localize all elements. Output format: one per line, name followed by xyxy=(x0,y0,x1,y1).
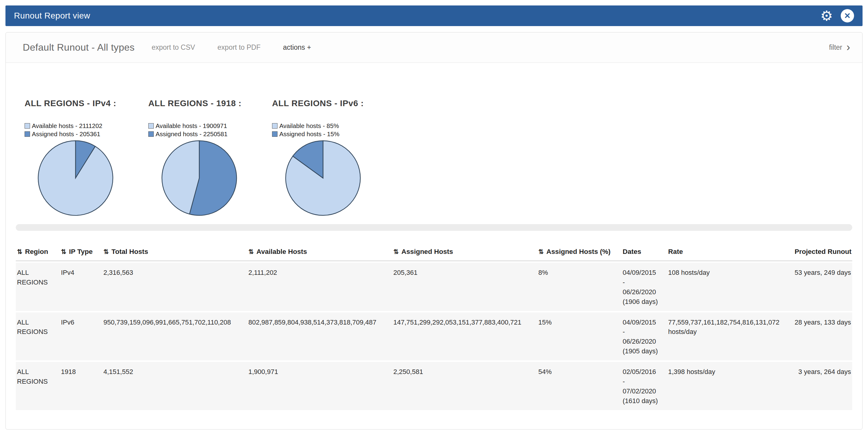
column-header-total-hosts[interactable]: ⇅Total Hosts xyxy=(102,248,247,261)
cell-dates: 04/09/2015- 06/26/2020(1906 days) xyxy=(621,261,667,312)
cell-ip-type: IPv4 xyxy=(60,261,102,312)
legend-item: Available hosts - 1900971 xyxy=(148,122,261,130)
table-row-ipv6: ALL REGIONS IPv6 950,739,159,096,991,665… xyxy=(16,312,852,362)
export-csv-link[interactable]: export to CSV xyxy=(152,43,195,52)
cell-available-hosts: 1,900,971 xyxy=(247,362,392,412)
cell-available-hosts: 2,111,202 xyxy=(247,261,392,312)
legend-swatch-assigned xyxy=(272,131,278,137)
cell-dates: 02/05/2016- 07/02/2020(1610 days) xyxy=(621,362,667,412)
cell-region: ALL REGIONS xyxy=(16,362,60,412)
runout-table-container: ⇅Region ⇅IP Type ⇅Total Hosts ⇅Available… xyxy=(16,248,852,429)
filter-toggle[interactable]: filter › xyxy=(829,43,850,52)
legend-label: Assigned hosts - 2250581 xyxy=(156,130,227,138)
window-title: Runout Report view xyxy=(14,11,90,21)
cell-ip-type: IPv6 xyxy=(60,312,102,362)
cell-assigned-pct: 8% xyxy=(537,261,621,312)
cell-rate: 77,559,737,161,182,754,816,131,072 hosts… xyxy=(667,312,794,362)
table-row-ipv4: ALL REGIONS IPv4 2,316,563 2,111,202 205… xyxy=(16,261,852,312)
cell-projected-runout: 53 years, 249 days xyxy=(794,261,852,312)
sort-icon[interactable]: ⇅ xyxy=(393,248,399,255)
close-icon[interactable]: ✕ xyxy=(841,9,854,23)
pie-chart-group-ipv4: ALL REGIONS - IPv4 : Available hosts - 2… xyxy=(25,63,137,217)
settings-gear-icon[interactable]: ⚙ xyxy=(820,9,833,23)
close-x-glyph: ✕ xyxy=(844,11,851,21)
report-title: Default Runout - All types xyxy=(23,42,135,53)
cell-total-hosts: 4,151,552 xyxy=(102,362,247,412)
sort-icon[interactable]: ⇅ xyxy=(538,248,544,255)
actions-menu-button[interactable]: actions + xyxy=(283,43,311,52)
column-header-assigned-hosts[interactable]: ⇅Assigned Hosts xyxy=(392,248,537,261)
legend-label: Assigned hosts - 15% xyxy=(279,130,339,138)
cell-dates: 04/09/2015- 06/26/2020(1905 days) xyxy=(621,312,667,362)
runout-table: ⇅Region ⇅IP Type ⇅Total Hosts ⇅Available… xyxy=(16,248,852,412)
legend-swatch-assigned xyxy=(148,131,154,137)
sort-icon[interactable]: ⇅ xyxy=(103,248,109,255)
chart-legend: Available hosts - 2111202 Assigned hosts… xyxy=(25,122,137,138)
legend-item: Assigned hosts - 15% xyxy=(272,130,385,138)
legend-swatch-available xyxy=(148,123,154,129)
filter-label: filter xyxy=(829,43,842,52)
pie-charts-row: ALL REGIONS - IPv4 : Available hosts - 2… xyxy=(6,63,862,217)
sort-icon[interactable]: ⇅ xyxy=(61,248,66,255)
column-header-rate: Rate xyxy=(667,248,794,261)
legend-label: Assigned hosts - 205361 xyxy=(32,130,100,138)
cell-rate: 1,398 hosts/day xyxy=(667,362,794,412)
chart-title: ALL REGIONS - IPv6 : xyxy=(272,99,385,108)
window-titlebar: Runout Report view ⚙ ✕ xyxy=(5,5,863,26)
pie-chart xyxy=(37,139,114,217)
legend-label: Available hosts - 2111202 xyxy=(32,122,102,129)
pie-chart-group-ipv6: ALL REGIONS - IPv6 : Available hosts - 8… xyxy=(272,63,385,217)
cell-total-hosts: 950,739,159,096,991,665,751,702,110,208 xyxy=(102,312,247,362)
column-header-assigned-pct[interactable]: ⇅Assigned Hosts (%) xyxy=(537,248,621,261)
export-pdf-link[interactable]: export to PDF xyxy=(217,43,260,52)
column-header-available-hosts[interactable]: ⇅Available Hosts xyxy=(247,248,392,261)
legend-swatch-available xyxy=(272,123,278,129)
cell-assigned-hosts: 205,361 xyxy=(392,261,537,312)
cell-assigned-hosts: 2,250,581 xyxy=(392,362,537,412)
cell-assigned-pct: 15% xyxy=(537,312,621,362)
sort-icon[interactable]: ⇅ xyxy=(17,248,23,255)
cell-projected-runout: 28 years, 133 days xyxy=(794,312,852,362)
column-header-projected-runout: Projected Runout xyxy=(794,248,852,261)
titlebar-icons: ⚙ ✕ xyxy=(820,9,854,23)
pie-chart xyxy=(284,139,362,217)
column-header-dates: Dates xyxy=(621,248,667,261)
chevron-right-icon: › xyxy=(846,43,850,52)
legend-swatch-available xyxy=(25,123,30,129)
cell-ip-type: 1918 xyxy=(60,362,102,412)
legend-swatch-assigned xyxy=(25,131,30,137)
cell-rate: 108 hosts/day xyxy=(667,261,794,312)
cell-total-hosts: 2,316,563 xyxy=(102,261,247,312)
horizontal-scrollbar[interactable] xyxy=(16,224,852,231)
legend-item: Available hosts - 85% xyxy=(272,122,385,130)
legend-label: Available hosts - 85% xyxy=(279,122,339,129)
chart-legend: Available hosts - 85% Assigned hosts - 1… xyxy=(272,122,385,138)
column-header-region[interactable]: ⇅Region xyxy=(16,248,60,261)
pie-chart-group-1918: ALL REGIONS - 1918 : Available hosts - 1… xyxy=(148,63,261,217)
report-card: Default Runout - All types export to CSV… xyxy=(5,32,863,430)
table-row-1918: ALL REGIONS 1918 4,151,552 1,900,971 2,2… xyxy=(16,362,852,412)
cell-assigned-pct: 54% xyxy=(537,362,621,412)
cell-available-hosts: 802,987,859,804,938,514,373,818,709,487 xyxy=(247,312,392,362)
sort-icon[interactable]: ⇅ xyxy=(248,248,254,255)
legend-item: Available hosts - 2111202 xyxy=(25,122,137,130)
legend-item: Assigned hosts - 2250581 xyxy=(148,130,261,138)
chart-title: ALL REGIONS - 1918 : xyxy=(148,99,261,108)
pie-chart xyxy=(160,139,238,217)
legend-label: Available hosts - 1900971 xyxy=(156,122,227,129)
column-header-ip-type[interactable]: ⇅IP Type xyxy=(60,248,102,261)
chart-legend: Available hosts - 1900971 Assigned hosts… xyxy=(148,122,261,138)
cell-assigned-hosts: 147,751,299,292,053,151,377,883,400,721 xyxy=(392,312,537,362)
cell-region: ALL REGIONS xyxy=(16,261,60,312)
table-header-row: ⇅Region ⇅IP Type ⇅Total Hosts ⇅Available… xyxy=(16,248,852,261)
legend-item: Assigned hosts - 205361 xyxy=(25,130,137,138)
cell-projected-runout: 3 years, 264 days xyxy=(794,362,852,412)
cell-region: ALL REGIONS xyxy=(16,312,60,362)
report-toolbar: Default Runout - All types export to CSV… xyxy=(6,32,862,63)
chart-title: ALL REGIONS - IPv4 : xyxy=(25,99,137,108)
